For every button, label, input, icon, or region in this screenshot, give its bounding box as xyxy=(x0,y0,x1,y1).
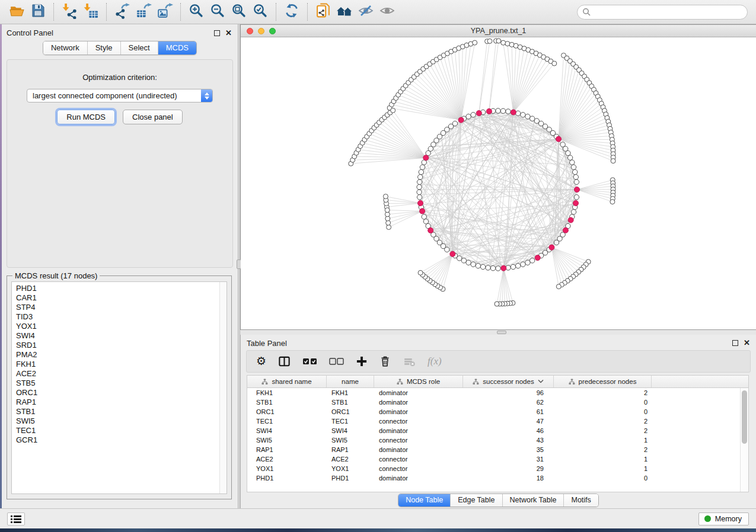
cell-predecessor-nodes: 2 xyxy=(554,418,652,425)
mcds-tab-content: Optimization criterion: largest connecte… xyxy=(7,59,233,268)
import-table-button[interactable] xyxy=(80,2,101,22)
table-row[interactable]: ACE2ACE2connector311 xyxy=(247,454,748,464)
cell-name: PHD1 xyxy=(327,475,374,482)
save-session-button[interactable] xyxy=(27,2,49,22)
column-header-successor-nodes[interactable]: successor nodes xyxy=(463,376,554,387)
table-row[interactable]: SWI4SWI4dominator462 xyxy=(247,426,748,435)
cell-successor-nodes: 46 xyxy=(463,427,554,434)
zoom-in-button[interactable] xyxy=(186,2,207,22)
mcds-result-item[interactable]: PHD1 xyxy=(16,284,227,293)
network-graph[interactable] xyxy=(241,37,756,329)
network-canvas[interactable] xyxy=(241,37,756,329)
mcds-result-item[interactable]: ACE2 xyxy=(16,369,227,379)
mcds-result-item[interactable]: SRD1 xyxy=(16,341,227,350)
float-panel-icon[interactable] xyxy=(214,30,220,36)
table-row[interactable]: SWI5SWI5connector431 xyxy=(247,435,748,445)
zoom-selected-button[interactable] xyxy=(250,2,271,22)
mcds-result-item[interactable]: TID3 xyxy=(16,312,227,322)
table-row[interactable]: STB1STB1dominator620 xyxy=(247,398,748,407)
float-panel-icon[interactable] xyxy=(732,340,738,346)
table-row[interactable]: TEC1TEC1connector472 xyxy=(247,416,748,426)
cell-predecessor-nodes: 2 xyxy=(554,389,652,396)
table-scrollbar[interactable] xyxy=(740,388,748,492)
cell-shared-name: RAP1 xyxy=(247,446,327,453)
node-table-body: FKH1FKH1dominator962STB1STB1dominator620… xyxy=(247,388,748,492)
mcds-result-item[interactable]: ORC1 xyxy=(16,388,227,398)
cell-successor-nodes: 31 xyxy=(463,456,554,463)
task-history-button[interactable] xyxy=(7,512,25,525)
cell-mcds-role: dominator xyxy=(374,446,463,453)
tab-style[interactable]: Style xyxy=(87,41,120,55)
table-settings-gear-icon[interactable]: ⚙ xyxy=(256,355,266,367)
close-panel-icon[interactable]: ✕ xyxy=(744,340,750,346)
mcds-result-item[interactable]: PMA2 xyxy=(16,350,227,360)
mcds-result-item[interactable]: CAR1 xyxy=(16,293,227,303)
memory-button[interactable]: Memory xyxy=(698,512,749,525)
cell-shared-name: PHD1 xyxy=(247,475,327,482)
select-all-columns-icon[interactable] xyxy=(302,357,318,366)
import-network-button[interactable] xyxy=(59,2,80,22)
unselect-all-columns-icon[interactable] xyxy=(329,357,344,366)
optimization-criterion-select[interactable]: largest connected component (undirected) xyxy=(27,89,213,102)
zoom-out-button[interactable] xyxy=(207,2,228,22)
tab-mcds[interactable]: MCDS xyxy=(158,41,196,55)
export-network-button[interactable] xyxy=(111,2,133,22)
mcds-result-list[interactable]: PHD1CAR1STP4TID3YOX1SWI4SRD1PMA2FKH1ACE2… xyxy=(11,281,227,494)
tab-edge-table[interactable]: Edge Table xyxy=(450,494,502,507)
search-input[interactable] xyxy=(577,5,748,20)
table-row[interactable]: ORC1ORC1dominator610 xyxy=(247,407,748,416)
cell-shared-name: SWI4 xyxy=(247,427,327,434)
network-window-titlebar[interactable]: YPA_prune.txt_1 xyxy=(241,25,756,37)
first-neighbors-button[interactable] xyxy=(334,2,355,22)
dropdown-stepper-icon xyxy=(201,89,212,102)
close-panel-button[interactable]: Close panel xyxy=(123,110,183,124)
tab-network[interactable]: Network xyxy=(43,41,87,55)
column-header-predecessor-nodes[interactable]: predecessor nodes xyxy=(554,376,652,387)
table-scrollbar-thumb[interactable] xyxy=(742,390,747,444)
mcds-result-item[interactable]: TEC1 xyxy=(16,426,227,435)
mcds-result-item[interactable]: SWI5 xyxy=(16,416,227,426)
export-image-button[interactable] xyxy=(154,2,176,22)
hide-selected-button[interactable] xyxy=(355,2,377,22)
mcds-result-item[interactable]: STB5 xyxy=(16,379,227,388)
tab-network-table[interactable]: Network Table xyxy=(502,494,564,507)
mcds-result-item[interactable]: YOX1 xyxy=(16,322,227,331)
export-table-button[interactable] xyxy=(133,2,154,22)
mcds-result-item[interactable]: GCR1 xyxy=(16,435,227,445)
mcds-result-item[interactable]: SWI4 xyxy=(16,331,227,341)
show-all-button[interactable] xyxy=(377,2,398,22)
open-session-button[interactable] xyxy=(6,2,27,22)
cell-shared-name: STB1 xyxy=(247,399,327,406)
column-header-name[interactable]: name xyxy=(327,376,374,387)
cell-mcds-role: dominator xyxy=(374,408,463,415)
table-row[interactable]: PHD1PHD1dominator180 xyxy=(247,473,748,483)
zoom-fit-button[interactable] xyxy=(228,2,250,22)
delete-column-trash-icon[interactable] xyxy=(379,355,391,368)
splitter-grip[interactable] xyxy=(497,331,506,334)
cell-mcds-role: dominator xyxy=(374,475,463,482)
table-row[interactable]: FKH1FKH1dominator962 xyxy=(247,388,748,398)
cell-name: FKH1 xyxy=(327,389,374,396)
cell-shared-name: YOX1 xyxy=(247,465,327,472)
column-header-mcds-role[interactable]: MCDS role xyxy=(374,376,463,387)
column-header-shared-name[interactable]: shared name xyxy=(247,376,327,387)
vertical-splitter[interactable] xyxy=(238,24,240,508)
mcds-result-item[interactable]: STP4 xyxy=(16,303,227,312)
create-column-plus-icon[interactable] xyxy=(356,355,368,367)
mcds-result-item[interactable]: STB1 xyxy=(16,407,227,416)
close-panel-icon[interactable]: ✕ xyxy=(225,30,232,36)
tab-node-table[interactable]: Node Table xyxy=(398,494,450,507)
clone-network-button[interactable] xyxy=(312,2,334,22)
refresh-view-button[interactable] xyxy=(281,2,302,22)
mcds-result-item[interactable]: RAP1 xyxy=(16,398,227,407)
mcds-result-scrollbar[interactable] xyxy=(219,282,227,493)
mcds-result-item[interactable]: FKH1 xyxy=(16,360,227,369)
run-mcds-button[interactable]: Run MCDS xyxy=(57,110,115,124)
cell-mcds-role: connector xyxy=(374,456,463,463)
table-row[interactable]: RAP1RAP1dominator352 xyxy=(247,445,748,454)
tab-select[interactable]: Select xyxy=(120,41,158,55)
horizontal-splitter[interactable] xyxy=(240,330,756,335)
tab-motifs[interactable]: Motifs xyxy=(563,494,598,507)
show-column-panel-icon[interactable] xyxy=(277,355,291,368)
table-row[interactable]: YOX1YOX1connector291 xyxy=(247,464,748,473)
